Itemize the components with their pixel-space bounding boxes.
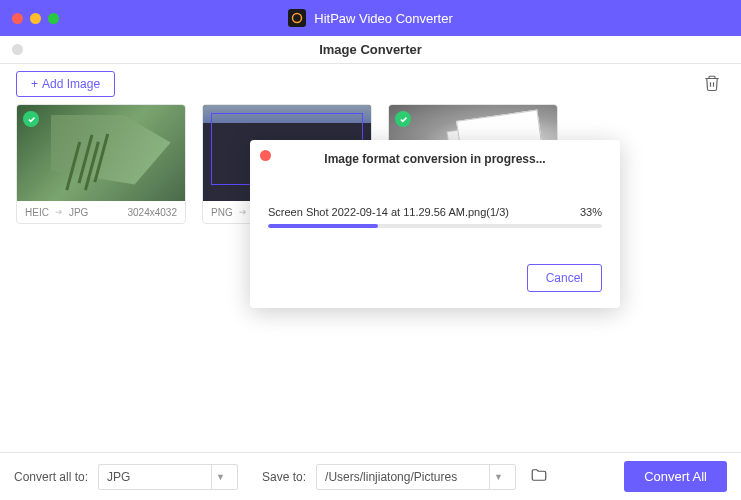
add-image-button[interactable]: + Add Image bbox=[16, 71, 115, 97]
output-format-value: JPG bbox=[107, 470, 130, 484]
progress-row: Screen Shot 2022-09-14 at 11.29.56 AM.pn… bbox=[268, 206, 602, 218]
app-logo-icon bbox=[288, 9, 306, 27]
delete-button[interactable] bbox=[699, 70, 725, 99]
progress-modal: Image format conversion in progress... S… bbox=[250, 140, 620, 308]
footer-bar: Convert all to: JPG ▼ Save to: /Users/li… bbox=[0, 452, 741, 500]
source-format: PNG bbox=[211, 207, 233, 218]
progress-bar bbox=[268, 224, 602, 228]
window-close-icon[interactable] bbox=[12, 13, 23, 24]
image-thumbnail bbox=[17, 105, 185, 201]
convert-all-button[interactable]: Convert All bbox=[624, 461, 727, 492]
modal-title: Image format conversion in progress... bbox=[268, 152, 602, 166]
app-title-group: HitPaw Video Converter bbox=[288, 9, 453, 27]
arrow-right-icon: ➔ bbox=[55, 207, 63, 217]
save-to-label: Save to: bbox=[262, 470, 306, 484]
window-minimize-icon[interactable] bbox=[30, 13, 41, 24]
convert-all-to-label: Convert all to: bbox=[14, 470, 88, 484]
open-folder-button[interactable] bbox=[526, 462, 552, 491]
arrow-right-icon: ➔ bbox=[239, 207, 247, 217]
subwindow-title-bar: Image Converter bbox=[0, 36, 741, 64]
subwindow-close-icon[interactable] bbox=[12, 44, 23, 55]
plus-icon: + bbox=[31, 77, 38, 91]
window-maximize-icon[interactable] bbox=[48, 13, 59, 24]
chevron-down-icon: ▼ bbox=[211, 465, 229, 489]
svg-point-0 bbox=[293, 14, 302, 23]
output-format-select[interactable]: JPG ▼ bbox=[98, 464, 238, 490]
cancel-button[interactable]: Cancel bbox=[527, 264, 602, 292]
progress-bar-fill bbox=[268, 224, 378, 228]
toolbar: + Add Image bbox=[0, 64, 741, 104]
app-title: HitPaw Video Converter bbox=[314, 11, 453, 26]
add-image-label: Add Image bbox=[42, 77, 100, 91]
target-format: JPG bbox=[69, 207, 88, 218]
save-path-select[interactable]: /Users/linjiatong/Pictures ▼ bbox=[316, 464, 516, 490]
modal-close-icon[interactable] bbox=[260, 150, 271, 161]
source-format: HEIC bbox=[25, 207, 49, 218]
chevron-down-icon: ▼ bbox=[489, 465, 507, 489]
image-card-footer: HEIC ➔ JPG 3024x4032 bbox=[17, 201, 185, 223]
trash-icon bbox=[703, 74, 721, 92]
progress-percent: 33% bbox=[580, 206, 602, 218]
window-controls bbox=[12, 13, 59, 24]
subwindow-title: Image Converter bbox=[319, 42, 422, 57]
image-card[interactable]: HEIC ➔ JPG 3024x4032 bbox=[16, 104, 186, 224]
folder-icon bbox=[530, 466, 548, 484]
check-icon bbox=[395, 111, 411, 127]
save-path-value: /Users/linjiatong/Pictures bbox=[325, 470, 457, 484]
title-bar: HitPaw Video Converter bbox=[0, 0, 741, 36]
progress-filename: Screen Shot 2022-09-14 at 11.29.56 AM.pn… bbox=[268, 206, 509, 218]
check-icon bbox=[23, 111, 39, 127]
image-dimensions: 3024x4032 bbox=[128, 207, 178, 218]
